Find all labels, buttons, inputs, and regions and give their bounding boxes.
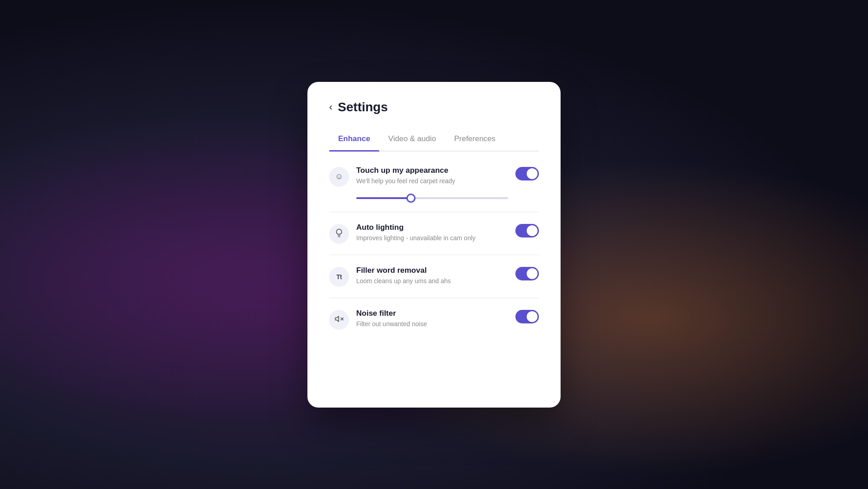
header: ‹ Settings bbox=[329, 100, 539, 114]
touch-up-slider[interactable] bbox=[356, 197, 508, 199]
settings-modal: ‹ Settings Enhance Video & audio Prefere… bbox=[307, 82, 561, 408]
touch-up-title: Touch up my appearance bbox=[356, 166, 508, 175]
tabs-bar: Enhance Video & audio Preferences bbox=[329, 129, 539, 152]
touch-up-toggle-wrap bbox=[515, 166, 539, 180]
auto-lighting-toggle[interactable] bbox=[515, 224, 539, 237]
auto-lighting-content: Auto lighting Improves lighting - unavai… bbox=[356, 223, 508, 243]
auto-lighting-title: Auto lighting bbox=[356, 223, 508, 232]
svg-marker-0 bbox=[335, 316, 339, 322]
text-tt-icon: Tt bbox=[336, 273, 342, 280]
filler-word-title: Filler word removal bbox=[356, 266, 508, 275]
noise-filter-icon-wrap bbox=[329, 310, 349, 330]
noise-filter-desc: Filter out unwanted noise bbox=[356, 320, 508, 329]
face-icon: ☺ bbox=[335, 172, 343, 181]
touch-up-icon-wrap: ☺ bbox=[329, 167, 349, 187]
filler-word-icon-wrap: Tt bbox=[329, 267, 349, 287]
tab-preferences[interactable]: Preferences bbox=[445, 129, 505, 151]
tab-enhance[interactable]: Enhance bbox=[329, 129, 379, 151]
noise-filter-title: Noise filter bbox=[356, 309, 508, 318]
tab-video-audio[interactable]: Video & audio bbox=[379, 129, 445, 151]
noise-filter-toggle-wrap bbox=[515, 309, 539, 323]
noise-filter-toggle[interactable] bbox=[515, 310, 539, 323]
setting-item-auto-lighting: Auto lighting Improves lighting - unavai… bbox=[329, 212, 539, 255]
bulb-icon bbox=[335, 228, 344, 240]
speaker-mute-icon bbox=[335, 314, 344, 326]
filler-word-desc: Loom cleans up any ums and ahs bbox=[356, 277, 508, 286]
settings-list: ☺ Touch up my appearance We'll help you … bbox=[329, 155, 539, 341]
touch-up-desc: We'll help you feel red carpet ready bbox=[356, 177, 508, 186]
filler-word-content: Filler word removal Loom cleans up any u… bbox=[356, 266, 508, 286]
setting-item-filler-word: Tt Filler word removal Loom cleans up an… bbox=[329, 255, 539, 298]
noise-filter-content: Noise filter Filter out unwanted noise bbox=[356, 309, 508, 329]
filler-word-toggle-wrap bbox=[515, 266, 539, 280]
back-button[interactable]: ‹ bbox=[329, 102, 332, 112]
touch-up-toggle[interactable] bbox=[515, 167, 539, 180]
page-title: Settings bbox=[338, 100, 387, 114]
touch-up-slider-wrap bbox=[356, 193, 508, 201]
filler-word-toggle[interactable] bbox=[515, 267, 539, 280]
setting-item-noise-filter: Noise filter Filter out unwanted noise bbox=[329, 298, 539, 341]
auto-lighting-desc: Improves lighting - unavailable in cam o… bbox=[356, 234, 508, 243]
auto-lighting-toggle-wrap bbox=[515, 223, 539, 237]
auto-lighting-icon-wrap bbox=[329, 224, 349, 244]
touch-up-content: Touch up my appearance We'll help you fe… bbox=[356, 166, 508, 201]
setting-item-touch-up: ☺ Touch up my appearance We'll help you … bbox=[329, 155, 539, 213]
